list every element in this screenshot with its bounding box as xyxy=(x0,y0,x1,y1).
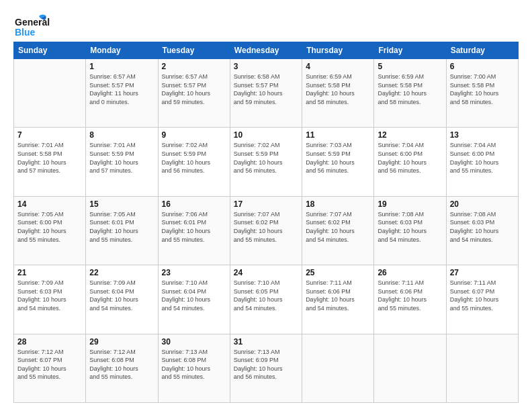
day-number: 21 xyxy=(17,268,82,277)
calendar-cell: 23Sunrise: 7:10 AM Sunset: 6:04 PM Dayli… xyxy=(158,265,230,334)
day-info: Sunrise: 7:06 AM Sunset: 6:01 PM Dayligh… xyxy=(162,210,226,244)
header-sunday: Sunday xyxy=(14,42,86,59)
day-info: Sunrise: 7:10 AM Sunset: 6:04 PM Dayligh… xyxy=(162,279,226,312)
day-info: Sunrise: 6:59 AM Sunset: 5:58 PM Dayligh… xyxy=(306,73,370,106)
day-info: Sunrise: 7:05 AM Sunset: 6:01 PM Dayligh… xyxy=(89,210,154,244)
calendar-cell: 5Sunrise: 6:59 AM Sunset: 5:58 PM Daylig… xyxy=(374,59,446,128)
calendar-cell: 2Sunrise: 6:57 AM Sunset: 5:57 PM Daylig… xyxy=(158,59,230,128)
calendar-cell: 10Sunrise: 7:02 AM Sunset: 5:59 PM Dayli… xyxy=(230,128,302,196)
day-number: 13 xyxy=(450,130,515,140)
calendar-cell: 24Sunrise: 7:10 AM Sunset: 6:05 PM Dayli… xyxy=(230,265,302,334)
header-thursday: Thursday xyxy=(302,42,374,59)
calendar-cell: 15Sunrise: 7:05 AM Sunset: 6:01 PM Dayli… xyxy=(86,196,158,265)
day-info: Sunrise: 7:07 AM Sunset: 6:02 PM Dayligh… xyxy=(234,210,298,244)
day-number: 23 xyxy=(162,268,226,277)
calendar-week-5: 28Sunrise: 7:12 AM Sunset: 6:07 PM Dayli… xyxy=(14,334,519,402)
day-info: Sunrise: 7:13 AM Sunset: 6:09 PM Dayligh… xyxy=(234,348,298,381)
day-info: Sunrise: 7:03 AM Sunset: 5:59 PM Dayligh… xyxy=(306,141,370,175)
page: GeneralBlue SundayMondayTuesdayWednesday… xyxy=(0,0,532,411)
day-info: Sunrise: 7:10 AM Sunset: 6:05 PM Dayligh… xyxy=(234,279,298,312)
calendar-cell xyxy=(374,334,446,402)
day-info: Sunrise: 7:04 AM Sunset: 6:00 PM Dayligh… xyxy=(450,141,515,175)
day-number: 26 xyxy=(378,268,442,277)
day-number: 30 xyxy=(162,337,226,347)
header-tuesday: Tuesday xyxy=(158,42,230,59)
day-number: 12 xyxy=(378,130,442,140)
day-number: 2 xyxy=(162,62,226,71)
header: GeneralBlue xyxy=(13,12,519,38)
day-number: 4 xyxy=(306,62,370,71)
day-info: Sunrise: 7:00 AM Sunset: 5:58 PM Dayligh… xyxy=(450,73,515,106)
day-number: 20 xyxy=(450,199,515,209)
calendar-week-2: 7Sunrise: 7:01 AM Sunset: 5:58 PM Daylig… xyxy=(14,128,519,196)
calendar-cell: 31Sunrise: 7:13 AM Sunset: 6:09 PM Dayli… xyxy=(230,334,302,402)
day-number: 22 xyxy=(89,268,154,277)
header-monday: Monday xyxy=(86,42,158,59)
calendar-cell: 11Sunrise: 7:03 AM Sunset: 5:59 PM Dayli… xyxy=(302,128,374,196)
svg-text:Blue: Blue xyxy=(15,27,36,38)
calendar-cell: 3Sunrise: 6:58 AM Sunset: 5:57 PM Daylig… xyxy=(230,59,302,128)
day-number: 3 xyxy=(234,62,298,71)
calendar-header-row: SundayMondayTuesdayWednesdayThursdayFrid… xyxy=(14,42,519,59)
calendar-cell: 6Sunrise: 7:00 AM Sunset: 5:58 PM Daylig… xyxy=(446,59,518,128)
day-number: 17 xyxy=(234,199,298,209)
day-info: Sunrise: 6:57 AM Sunset: 5:57 PM Dayligh… xyxy=(89,73,154,106)
day-info: Sunrise: 7:05 AM Sunset: 6:00 PM Dayligh… xyxy=(17,210,82,244)
calendar-week-1: 1Sunrise: 6:57 AM Sunset: 5:57 PM Daylig… xyxy=(14,59,519,128)
calendar-cell: 17Sunrise: 7:07 AM Sunset: 6:02 PM Dayli… xyxy=(230,196,302,265)
day-number: 5 xyxy=(378,62,442,71)
calendar-cell: 12Sunrise: 7:04 AM Sunset: 6:00 PM Dayli… xyxy=(374,128,446,196)
day-info: Sunrise: 7:11 AM Sunset: 6:07 PM Dayligh… xyxy=(450,279,515,312)
day-info: Sunrise: 7:01 AM Sunset: 5:59 PM Dayligh… xyxy=(89,141,154,175)
calendar-cell: 9Sunrise: 7:02 AM Sunset: 5:59 PM Daylig… xyxy=(158,128,230,196)
day-info: Sunrise: 7:08 AM Sunset: 6:03 PM Dayligh… xyxy=(450,210,515,244)
day-info: Sunrise: 6:58 AM Sunset: 5:57 PM Dayligh… xyxy=(234,73,298,106)
day-info: Sunrise: 6:57 AM Sunset: 5:57 PM Dayligh… xyxy=(162,73,226,106)
day-number: 29 xyxy=(89,337,154,347)
calendar-cell: 29Sunrise: 7:12 AM Sunset: 6:08 PM Dayli… xyxy=(86,334,158,402)
calendar-week-4: 21Sunrise: 7:09 AM Sunset: 6:03 PM Dayli… xyxy=(14,265,519,334)
day-info: Sunrise: 7:02 AM Sunset: 5:59 PM Dayligh… xyxy=(234,141,298,175)
day-number: 8 xyxy=(89,130,154,140)
day-info: Sunrise: 7:08 AM Sunset: 6:03 PM Dayligh… xyxy=(378,210,442,244)
calendar-cell: 16Sunrise: 7:06 AM Sunset: 6:01 PM Dayli… xyxy=(158,196,230,265)
calendar: SundayMondayTuesdayWednesdayThursdayFrid… xyxy=(13,42,519,403)
day-number: 7 xyxy=(17,130,82,140)
day-info: Sunrise: 7:11 AM Sunset: 6:06 PM Dayligh… xyxy=(378,279,442,312)
header-friday: Friday xyxy=(374,42,446,59)
calendar-cell: 18Sunrise: 7:07 AM Sunset: 6:02 PM Dayli… xyxy=(302,196,374,265)
calendar-cell: 8Sunrise: 7:01 AM Sunset: 5:59 PM Daylig… xyxy=(86,128,158,196)
day-info: Sunrise: 7:09 AM Sunset: 6:03 PM Dayligh… xyxy=(17,279,82,312)
day-info: Sunrise: 7:07 AM Sunset: 6:02 PM Dayligh… xyxy=(306,210,370,244)
day-number: 14 xyxy=(17,199,82,209)
calendar-cell: 21Sunrise: 7:09 AM Sunset: 6:03 PM Dayli… xyxy=(14,265,86,334)
calendar-cell: 13Sunrise: 7:04 AM Sunset: 6:00 PM Dayli… xyxy=(446,128,518,196)
day-number: 1 xyxy=(89,62,154,71)
calendar-cell: 28Sunrise: 7:12 AM Sunset: 6:07 PM Dayli… xyxy=(14,334,86,402)
calendar-cell: 25Sunrise: 7:11 AM Sunset: 6:06 PM Dayli… xyxy=(302,265,374,334)
calendar-cell: 22Sunrise: 7:09 AM Sunset: 6:04 PM Dayli… xyxy=(86,265,158,334)
day-info: Sunrise: 7:02 AM Sunset: 5:59 PM Dayligh… xyxy=(162,141,226,175)
header-wednesday: Wednesday xyxy=(230,42,302,59)
day-number: 10 xyxy=(234,130,298,140)
day-number: 16 xyxy=(162,199,226,209)
day-info: Sunrise: 7:11 AM Sunset: 6:06 PM Dayligh… xyxy=(306,279,370,312)
calendar-cell: 20Sunrise: 7:08 AM Sunset: 6:03 PM Dayli… xyxy=(446,196,518,265)
day-info: Sunrise: 7:04 AM Sunset: 6:00 PM Dayligh… xyxy=(378,141,442,175)
day-info: Sunrise: 7:01 AM Sunset: 5:58 PM Dayligh… xyxy=(17,141,82,175)
calendar-cell: 14Sunrise: 7:05 AM Sunset: 6:00 PM Dayli… xyxy=(14,196,86,265)
calendar-cell: 7Sunrise: 7:01 AM Sunset: 5:58 PM Daylig… xyxy=(14,128,86,196)
calendar-cell xyxy=(302,334,374,402)
calendar-cell xyxy=(446,334,518,402)
day-info: Sunrise: 6:59 AM Sunset: 5:58 PM Dayligh… xyxy=(378,73,442,106)
day-number: 11 xyxy=(306,130,370,140)
day-number: 19 xyxy=(378,199,442,209)
day-number: 18 xyxy=(306,199,370,209)
day-info: Sunrise: 7:09 AM Sunset: 6:04 PM Dayligh… xyxy=(89,279,154,312)
calendar-cell xyxy=(14,59,86,128)
svg-text:General: General xyxy=(15,17,50,28)
day-number: 28 xyxy=(17,337,82,347)
calendar-cell: 4Sunrise: 6:59 AM Sunset: 5:58 PM Daylig… xyxy=(302,59,374,128)
day-number: 24 xyxy=(234,268,298,277)
logo-icon: GeneralBlue xyxy=(13,12,54,38)
